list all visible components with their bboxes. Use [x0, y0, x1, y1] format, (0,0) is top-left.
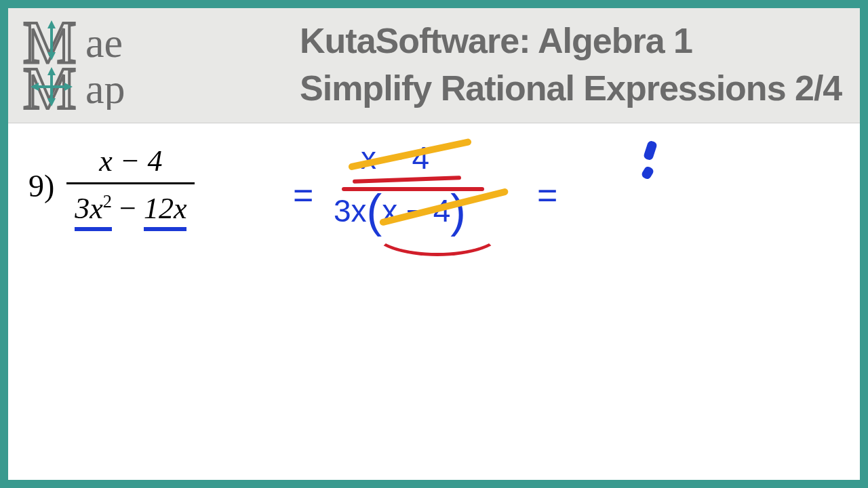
- numerator-text: x − 4: [99, 144, 162, 178]
- logo-top-text: ae: [85, 20, 123, 66]
- slide-frame: M M ae ap KutaSoftware: Algebra 1 Simpli…: [0, 0, 868, 488]
- maemap-logo: M M ae ap: [22, 15, 225, 110]
- slide-content: 9) x − 4 3x2 − 12x = x − 4: [8, 123, 860, 251]
- title-line-2: Simplify Rational Expressions 2/4: [300, 68, 853, 108]
- slide-header: M M ae ap KutaSoftware: Algebra 1 Simpli…: [8, 8, 860, 123]
- problem-fraction: x − 4 3x2 − 12x: [66, 144, 195, 231]
- denom-lhs: 3x2: [75, 192, 112, 225]
- problem-row: 9) x − 4 3x2 − 12x: [28, 144, 840, 231]
- title-line-1: KutaSoftware: Algebra 1: [300, 20, 853, 61]
- denom-rhs: − 12x: [119, 192, 186, 225]
- title-block: KutaSoftware: Algebra 1 Simplify Rationa…: [300, 20, 853, 108]
- problem-number: 9): [28, 144, 54, 204]
- logo-bottom-text: ap: [85, 66, 125, 110]
